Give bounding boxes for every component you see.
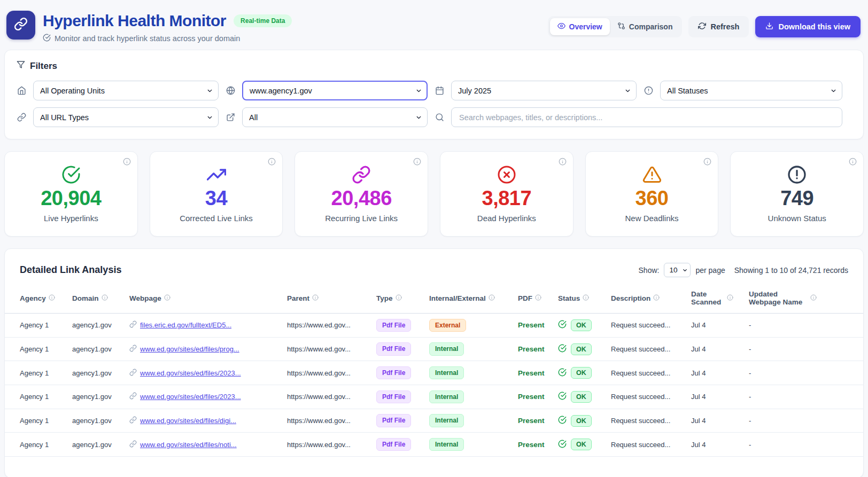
page-subtitle: Monitor and track hyperlink status acros… (43, 34, 292, 43)
status-select-wrap: All Statuses (660, 81, 842, 100)
col-header-status[interactable]: Status (558, 294, 611, 302)
cell-status: OK (558, 439, 611, 450)
table-controls: Show: 10 per page Showing 1 to 10 of 24,… (639, 263, 848, 277)
webpage-link[interactable]: www.ed.gov/sites/ed/files/2023... (140, 369, 241, 377)
col-header-pdf[interactable]: PDF (518, 294, 558, 302)
info-icon (164, 294, 170, 302)
cell-pdf: Present (518, 441, 558, 449)
alert-triangle-icon (642, 165, 662, 184)
url-type-select-wrap: All URL Types (33, 107, 219, 127)
info-icon[interactable] (849, 158, 857, 168)
col-header-parent[interactable]: Parent (287, 294, 376, 302)
stat-card-recurring-live-links: 20,486 Recurring Live Links (294, 151, 428, 237)
table-title: Detailed Link Analysis (20, 264, 121, 276)
col-header-domain[interactable]: Domain (72, 294, 129, 302)
search-input[interactable] (451, 107, 842, 127)
tab-overview-label: Overview (569, 22, 602, 31)
eye-icon (557, 22, 565, 32)
search-input-wrap (451, 107, 842, 127)
stat-value: 20,904 (41, 187, 101, 210)
link-icon (129, 392, 137, 401)
domain-select[interactable]: www.agency1.gov (242, 81, 428, 100)
info-icon[interactable] (123, 158, 131, 168)
cell-updated-name: - (749, 441, 848, 449)
cell-status: OK (558, 415, 611, 427)
info-icon (653, 294, 660, 302)
tab-overview[interactable]: Overview (550, 18, 610, 35)
col-header-agency[interactable]: Agency (20, 294, 72, 302)
trending-up-icon (207, 165, 226, 184)
cell-domain: agency1.gov (72, 417, 129, 425)
url-type-select[interactable]: All URL Types (33, 107, 219, 127)
col-header-description[interactable]: Description (611, 294, 691, 302)
cell-scope: External (429, 319, 518, 332)
webpage-link[interactable]: www.ed.gov/sites/ed/files/2023... (140, 393, 241, 401)
cell-description: Request succeed... (611, 345, 691, 353)
cell-description: Request succeed... (611, 321, 691, 329)
month-select[interactable]: July 2025 (451, 81, 637, 100)
check-circle-icon (558, 440, 567, 450)
cell-parent: https://www.ed.gov... (287, 393, 376, 401)
table-row: Agency 1 agency1.gov www.ed.gov/sites/ed… (5, 361, 863, 385)
type-badge: Pdf File (376, 438, 411, 451)
stat-label: Unknown Status (768, 214, 826, 223)
refresh-icon (698, 22, 706, 32)
header-actions: Overview Comparison Refresh (548, 16, 861, 37)
status-badge: OK (571, 391, 592, 403)
cell-pdf: Present (518, 345, 558, 353)
link-scope-select[interactable]: All (242, 107, 428, 127)
cell-domain: agency1.gov (72, 369, 129, 377)
type-badge: Pdf File (376, 366, 411, 379)
type-badge: Pdf File (376, 414, 411, 427)
scope-badge: Internal (429, 366, 464, 379)
domain-select-wrap: www.agency1.gov (242, 81, 428, 100)
month-select-wrap: July 2025 (451, 81, 637, 100)
tab-comparison[interactable]: Comparison (610, 18, 680, 35)
per-page-label: per page (695, 266, 725, 275)
filters-grid: All Operating Units www.agency1.gov July… (17, 81, 851, 127)
cell-agency: Agency 1 (20, 417, 72, 425)
scope-badge: Internal (429, 342, 464, 355)
info-icon[interactable] (268, 158, 276, 168)
cell-pdf: Present (518, 321, 558, 329)
webpage-link[interactable]: www.ed.gov/sites/ed/files/prog... (140, 345, 239, 353)
operating-units-select-wrap: All Operating Units (33, 81, 219, 100)
status-select[interactable]: All Statuses (660, 81, 842, 100)
webpage-link[interactable]: www.ed.gov/sites/ed/files/noti... (140, 441, 237, 449)
cell-type: Pdf File (376, 366, 429, 379)
col-header-date-scanned[interactable]: Date Scanned (691, 290, 749, 306)
page-title: Hyperlink Health Monitor (43, 12, 226, 30)
scope-badge: Internal (429, 438, 464, 451)
col-header-webpage[interactable]: Webpage (129, 294, 287, 302)
operating-units-select[interactable]: All Operating Units (33, 81, 219, 100)
status-badge: OK (571, 367, 592, 379)
info-icon[interactable] (559, 158, 567, 168)
col-header-internal-external[interactable]: Internal/External (429, 294, 518, 302)
link-icon (14, 17, 28, 33)
cell-agency: Agency 1 (20, 345, 72, 353)
cell-parent: https://www.ed.gov... (287, 417, 376, 425)
info-icon[interactable] (703, 158, 711, 168)
status-badge: OK (571, 319, 592, 331)
cell-date-scanned: Jul 4 (691, 393, 749, 401)
cell-date-scanned: Jul 4 (691, 369, 749, 377)
cell-updated-name: - (749, 345, 848, 353)
webpage-link[interactable]: www.ed.gov/sites/ed/files/digi... (140, 417, 236, 425)
cell-date-scanned: Jul 4 (691, 417, 749, 425)
col-header-type[interactable]: Type (376, 294, 429, 302)
stat-value: 20,486 (331, 187, 392, 210)
table-column-headers: Agency Domain Webpage Parent Type Intern… (5, 277, 863, 314)
webpage-link[interactable]: files.eric.ed.gov/fulltext/ED5... (140, 321, 231, 329)
cell-parent: https://www.ed.gov... (287, 345, 376, 353)
info-icon[interactable] (413, 158, 421, 168)
page-size-select[interactable]: 10 (664, 263, 691, 277)
brand-text: Hyperlink Health Monitor Real-time Data … (43, 11, 292, 43)
stat-label: Live Hyperlinks (44, 214, 98, 223)
col-header-updated-webpage-name[interactable]: Updated Webpage Name (749, 290, 848, 306)
cell-webpage: www.ed.gov/sites/ed/files/2023... (129, 369, 287, 378)
refresh-button[interactable]: Refresh (688, 16, 749, 37)
stat-label: New Deadlinks (625, 214, 679, 223)
download-view-button[interactable]: Download this view (755, 16, 861, 37)
page-root: Hyperlink Health Monitor Real-time Data … (0, 0, 868, 477)
cell-webpage: files.eric.ed.gov/fulltext/ED5... (129, 320, 287, 330)
